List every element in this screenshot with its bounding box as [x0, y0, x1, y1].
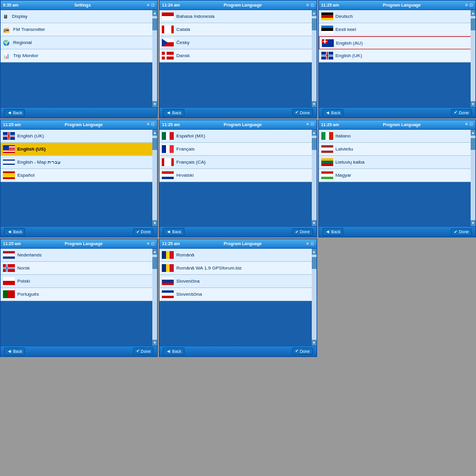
- language-label: Display: [12, 14, 27, 19]
- list-item[interactable]: Česky: [159, 36, 316, 49]
- scrollbar-track: [312, 16, 317, 101]
- list-item[interactable]: Español: [1, 169, 157, 182]
- back-button[interactable]: ◄ Back: [322, 109, 343, 117]
- scrollbar-track: [312, 255, 317, 340]
- list-item[interactable]: Italiano: [319, 130, 475, 143]
- list-item[interactable]: English (UK): [319, 49, 475, 62]
- scrollbar[interactable]: ▲▼: [152, 249, 157, 346]
- scrollbar-up[interactable]: ▲: [312, 10, 317, 16]
- list-item[interactable]: Português: [1, 288, 157, 301]
- panel-footer: ◄ Back✔ Done: [159, 346, 316, 356]
- scrollbar-up[interactable]: ▲: [152, 10, 157, 16]
- scrollbar-track: [152, 136, 157, 221]
- panel-p2: 11:24 amProgram Language✕ ⊡Bahasa Indone…: [159, 0, 317, 118]
- panel-footer: ◄ Back✔ Done: [159, 226, 316, 237]
- back-button[interactable]: ◄ Back: [4, 109, 25, 117]
- scrollbar-thumb[interactable]: [471, 138, 475, 150]
- scrollbar[interactable]: ▲▼: [152, 10, 157, 107]
- scrollbar-down[interactable]: ▼: [312, 220, 317, 226]
- done-button[interactable]: ✔ Done: [451, 228, 472, 236]
- scrollbar-down[interactable]: ▼: [152, 340, 157, 346]
- scrollbar[interactable]: ▲▼: [312, 249, 317, 346]
- list-item[interactable]: Hrvatski: [159, 169, 316, 182]
- scrollbar-up[interactable]: ▲: [152, 249, 157, 255]
- scrollbar-thumb[interactable]: [152, 138, 157, 150]
- done-button[interactable]: ✔ Done: [292, 347, 313, 355]
- scrollbar-thumb[interactable]: [152, 18, 157, 30]
- list-item[interactable]: 📊Trip Monitor: [1, 49, 157, 62]
- list-item[interactable]: Bahasa Indonesia: [159, 10, 316, 23]
- back-button[interactable]: ◄ Back: [4, 347, 25, 355]
- list-item[interactable]: Deutsch: [319, 10, 475, 23]
- scrollbar-thumb[interactable]: [312, 257, 317, 269]
- scrollbar-down[interactable]: ▼: [471, 220, 475, 226]
- list-item[interactable]: Română: [159, 249, 316, 262]
- list-item[interactable]: English (AU): [319, 36, 475, 49]
- list-item[interactable]: Eesti keel: [319, 23, 475, 36]
- scrollbar[interactable]: ▲▼: [471, 130, 475, 227]
- back-button[interactable]: ◄ Back: [163, 109, 184, 117]
- back-arrow-icon: ◄: [7, 110, 12, 115]
- done-button[interactable]: ✔ Done: [451, 109, 472, 116]
- list-item[interactable]: Español (MX): [159, 130, 316, 143]
- scrollbar-up[interactable]: ▲: [312, 130, 317, 136]
- back-label: Back: [331, 111, 341, 115]
- list-item[interactable]: Română WA 1.9 GPSforum.biz: [159, 262, 316, 275]
- back-button[interactable]: ◄ Back: [322, 228, 343, 236]
- scrollbar-down[interactable]: ▼: [312, 101, 317, 107]
- scrollbar-down[interactable]: ▼: [312, 340, 317, 346]
- list-item[interactable]: Latviešu: [319, 143, 475, 156]
- list-item[interactable]: English (US): [1, 143, 157, 156]
- list-item[interactable]: Lietuvių kalba: [319, 156, 475, 169]
- list-item[interactable]: English - Map עברית: [1, 156, 157, 169]
- list-item[interactable]: Dansk: [159, 49, 316, 62]
- items-list: 🖥Display📻FM Transmitter🌍Regional📊Trip Mo…: [1, 10, 157, 107]
- done-button[interactable]: ✔ Done: [292, 228, 313, 236]
- scrollbar-thumb[interactable]: [471, 18, 475, 30]
- panel-title: Program Language: [180, 242, 305, 246]
- list-item[interactable]: English (UK): [1, 130, 157, 143]
- scrollbar-thumb[interactable]: [312, 18, 317, 30]
- list-item[interactable]: Català: [159, 23, 316, 36]
- list-item[interactable]: 📻FM Transmitter: [1, 23, 157, 36]
- flag-icon: [321, 52, 333, 60]
- scrollbar-up[interactable]: ▲: [471, 130, 475, 136]
- scrollbar-down[interactable]: ▼: [152, 220, 157, 226]
- list-item[interactable]: Nederlands: [1, 249, 157, 262]
- list-item[interactable]: Slovenčina: [159, 275, 316, 288]
- scrollbar[interactable]: ▲▼: [312, 130, 317, 227]
- done-button[interactable]: ✔ Done: [133, 228, 154, 236]
- back-label: Back: [172, 230, 181, 234]
- done-button[interactable]: ✔ Done: [292, 109, 313, 116]
- scrollbar-down[interactable]: ▼: [152, 101, 157, 107]
- scrollbar-down[interactable]: ▼: [471, 101, 475, 107]
- list-item[interactable]: Français: [159, 143, 316, 156]
- scrollbar[interactable]: ▲▼: [312, 10, 317, 107]
- scrollbar-up[interactable]: ▲: [312, 249, 317, 255]
- panel-content: RomânăRomână WA 1.9 GPSforum.bizSlovenči…: [159, 249, 316, 346]
- back-button[interactable]: ◄ Back: [163, 228, 184, 236]
- list-item[interactable]: Magyar: [319, 169, 475, 182]
- language-label: Polski: [17, 278, 30, 284]
- back-button[interactable]: ◄ Back: [163, 347, 184, 355]
- list-item[interactable]: Français (CA): [159, 156, 316, 169]
- check-icon: ✔: [454, 230, 458, 234]
- scrollbar-thumb[interactable]: [312, 138, 317, 150]
- list-item[interactable]: Norsk: [1, 262, 157, 275]
- list-item[interactable]: 🌍Regional: [1, 36, 157, 49]
- done-label: Done: [459, 111, 469, 115]
- list-item[interactable]: Polski: [1, 275, 157, 288]
- panel-header: 11:25 amProgram Language✕ ⊡: [159, 120, 316, 130]
- scrollbar[interactable]: ▲▼: [152, 130, 157, 227]
- check-icon: ✔: [454, 110, 458, 115]
- flag-icon: [162, 52, 174, 60]
- list-item[interactable]: Slovenščina: [159, 288, 316, 301]
- list-item[interactable]: 🖥Display: [1, 10, 157, 23]
- back-button[interactable]: ◄ Back: [4, 228, 25, 236]
- done-button[interactable]: ✔ Done: [133, 347, 154, 355]
- scrollbar-up[interactable]: ▲: [152, 130, 157, 136]
- scrollbar-thumb[interactable]: [152, 257, 157, 269]
- scrollbar[interactable]: ▲▼: [471, 10, 475, 107]
- scrollbar-up[interactable]: ▲: [471, 10, 475, 16]
- flag-icon: [162, 145, 174, 153]
